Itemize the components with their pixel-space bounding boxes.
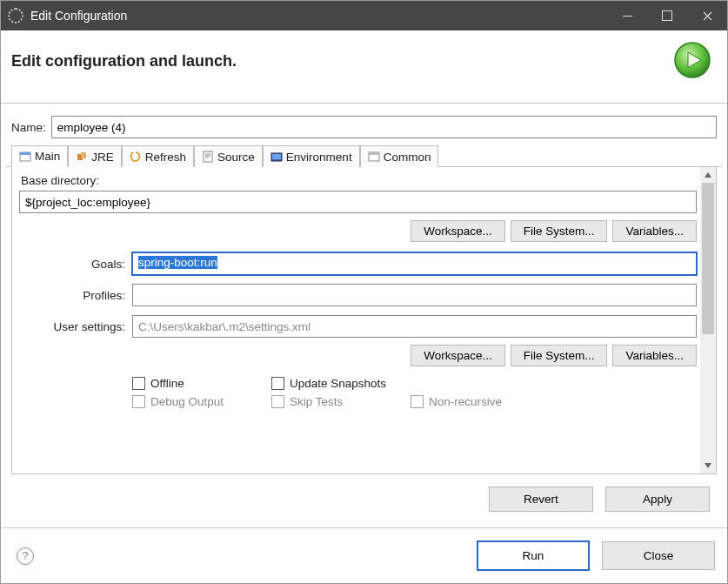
goals-label: Goals:	[19, 258, 132, 271]
update-snapshots-checkbox[interactable]: Update Snapshots	[271, 377, 411, 390]
tabs-bar: Main JRE Refresh Source Environment	[6, 145, 722, 167]
goals-grid: Goals: spring-boot:run Profiles: User se…	[19, 252, 697, 338]
checkbox-box	[411, 395, 424, 408]
tab-refresh[interactable]: Refresh	[122, 145, 194, 167]
profiles-label: Profiles:	[19, 289, 132, 302]
scroll-up-arrow[interactable]	[700, 167, 716, 183]
workspace-button[interactable]: Workspace...	[411, 220, 505, 242]
tab-label: Refresh	[145, 151, 186, 164]
variables-button-2[interactable]: Variables...	[612, 345, 697, 366]
checkbox-label: Offline	[150, 377, 184, 390]
file-system-button-2[interactable]: File System...	[511, 345, 608, 366]
common-tab-icon	[368, 151, 380, 163]
profiles-input[interactable]	[132, 284, 697, 306]
tab-common[interactable]: Common	[360, 145, 439, 167]
minimize-button[interactable]	[607, 1, 647, 30]
maximize-button[interactable]	[647, 1, 687, 30]
window-title: Edit Configuration	[30, 9, 127, 23]
offline-checkbox[interactable]: Offline	[132, 377, 271, 390]
tab-label: Source	[217, 151, 255, 164]
name-label: Name:	[11, 121, 46, 134]
main-tab-pane: Base directory: Workspace... File System…	[12, 167, 700, 473]
eclipse-icon	[8, 8, 23, 23]
name-row: Name:	[6, 116, 722, 145]
base-dir-button-row: Workspace... File System... Variables...	[19, 220, 697, 242]
tab-label: Main	[35, 150, 60, 163]
goals-input[interactable]	[132, 252, 697, 275]
file-system-button[interactable]: File System...	[511, 220, 608, 242]
checkbox-box	[271, 377, 284, 390]
revert-apply-row: Revert Apply	[6, 474, 722, 519]
dialog-content: Name: Main JRE Refresh Source	[1, 104, 727, 527]
tab-source[interactable]: Source	[194, 145, 263, 167]
tab-main[interactable]: Main	[11, 145, 68, 167]
apply-button[interactable]: Apply	[605, 487, 710, 512]
debug-output-checkbox[interactable]: Debug Output	[132, 395, 271, 408]
checkbox-box	[271, 395, 284, 408]
variables-button[interactable]: Variables...	[612, 220, 697, 242]
base-directory-label: Base directory:	[21, 174, 697, 187]
source-tab-icon	[202, 151, 214, 163]
checkbox-grid: Offline Update Snapshots Debug Output Sk…	[132, 377, 697, 408]
svg-rect-7	[272, 154, 281, 159]
refresh-tab-icon	[130, 151, 142, 163]
checkbox-label: Debug Output	[150, 395, 224, 408]
page-title: Edit configuration and launch.	[11, 52, 673, 70]
tab-label: Environment	[286, 151, 352, 164]
tab-label: Common	[384, 151, 431, 164]
scroll-thumb[interactable]	[702, 183, 714, 334]
close-icon	[703, 11, 712, 21]
tab-jre[interactable]: JRE	[68, 145, 122, 167]
vertical-scrollbar[interactable]	[700, 167, 716, 473]
checkbox-label: Update Snapshots	[290, 377, 386, 390]
svg-rect-2	[20, 152, 30, 155]
window-close-button[interactable]	[687, 1, 727, 30]
dialog-header: Edit configuration and launch.	[1, 30, 727, 104]
tab-pane-container: Base directory: Workspace... File System…	[11, 167, 717, 474]
help-icon[interactable]: ?	[17, 547, 34, 565]
tab-environment[interactable]: Environment	[263, 145, 360, 167]
user-settings-label: User settings:	[19, 320, 132, 333]
checkbox-box	[132, 395, 145, 408]
environment-tab-icon	[270, 151, 283, 163]
jre-tab-icon	[76, 151, 88, 163]
user-settings-button-row: Workspace... File System... Variables...	[19, 345, 697, 366]
user-settings-input[interactable]	[132, 315, 697, 338]
checkbox-box	[132, 377, 145, 390]
skip-tests-checkbox[interactable]: Skip Tests	[271, 395, 411, 408]
checkbox-label: Non-recursive	[429, 395, 502, 408]
scroll-track[interactable]	[700, 183, 716, 458]
scroll-down-arrow[interactable]	[700, 458, 716, 473]
non-recursive-checkbox[interactable]: Non-recursive	[411, 395, 550, 408]
titlebar: Edit Configuration	[1, 1, 727, 30]
goals-input-wrap: spring-boot:run	[132, 252, 697, 275]
svg-rect-9	[369, 152, 379, 155]
main-tab-icon	[19, 151, 31, 163]
svg-rect-4	[81, 152, 86, 158]
run-button[interactable]: Run	[477, 540, 590, 571]
name-input[interactable]	[51, 116, 717, 138]
dialog-footer: ? Run Close	[1, 527, 727, 583]
svg-rect-5	[204, 151, 212, 162]
close-button[interactable]: Close	[602, 541, 715, 570]
run-big-icon	[673, 41, 711, 82]
base-directory-input[interactable]	[19, 191, 697, 213]
revert-button[interactable]: Revert	[489, 487, 593, 512]
workspace-button-2[interactable]: Workspace...	[411, 345, 505, 366]
tab-label: JRE	[91, 151, 114, 164]
checkbox-label: Skip Tests	[290, 395, 343, 408]
